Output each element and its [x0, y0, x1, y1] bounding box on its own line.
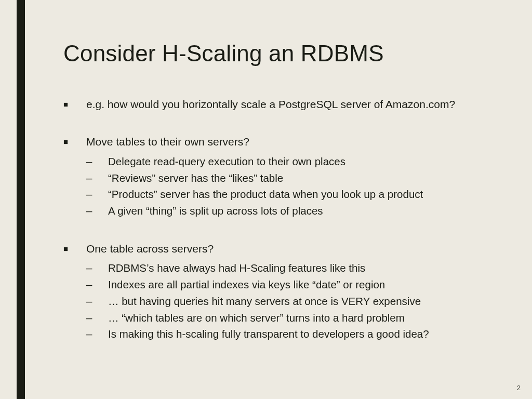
slide-title: Consider H-Scaling an RDBMS — [63, 41, 501, 66]
list-item-text: One table across servers? — [86, 241, 214, 257]
sub-list-item-text: … “which tables are on which server” tur… — [108, 310, 405, 326]
list-item-text: e.g. how would you horizontally scale a … — [86, 97, 455, 112]
dash-bullet-icon: – — [86, 186, 108, 203]
square-bullet-icon: ■ — [63, 241, 86, 257]
dash-bullet-icon: – — [86, 326, 108, 342]
sub-list: –RDBMS’s have always had H-Scaling featu… — [63, 260, 501, 342]
list-item: ■ e.g. how would you horizontally scale … — [63, 97, 501, 112]
sub-list-item: –A given “thing” is split up across lots… — [63, 203, 501, 219]
sub-list-item: –… but having queries hit many servers a… — [63, 293, 501, 310]
sub-list-item-text: Is making this h-scaling fully transpare… — [108, 326, 429, 342]
sub-list-item-text: “Products” server has the product data w… — [108, 186, 423, 203]
sub-list-item-text: Indexes are all partial indexes via keys… — [108, 276, 385, 293]
sub-list-item: –“Reviews” server has the “likes” table — [63, 170, 501, 187]
page-number: 2 — [517, 384, 521, 392]
square-bullet-icon: ■ — [63, 97, 86, 112]
bullet-list: ■ e.g. how would you horizontally scale … — [63, 97, 501, 342]
sub-list-item: –RDBMS’s have always had H-Scaling featu… — [63, 260, 501, 276]
dash-bullet-icon: – — [86, 203, 108, 219]
list-item: ■ Move tables to their own servers? –Del… — [63, 134, 501, 219]
sub-list-item: –“Products” server has the product data … — [63, 186, 501, 203]
accent-bar — [17, 0, 25, 399]
dash-bullet-icon: – — [86, 153, 108, 170]
dash-bullet-icon: – — [86, 170, 108, 187]
sub-list-item: –Is making this h-scaling fully transpar… — [63, 326, 501, 342]
sub-list-item: –Indexes are all partial indexes via key… — [63, 276, 501, 293]
square-bullet-icon: ■ — [63, 134, 86, 150]
dash-bullet-icon: – — [86, 276, 108, 293]
sub-list-item-text: RDBMS’s have always had H-Scaling featur… — [108, 260, 365, 276]
list-item: ■ One table across servers? –RDBMS’s hav… — [63, 241, 501, 342]
sub-list-item-text: A given “thing” is split up across lots … — [108, 203, 323, 219]
sub-list-item-text: … but having queries hit many servers at… — [108, 293, 421, 310]
list-item-text: Move tables to their own servers? — [86, 134, 249, 150]
sub-list-item: –Delegate read-query execution to their … — [63, 153, 501, 170]
sub-list-item-text: “Reviews” server has the “likes” table — [108, 170, 283, 187]
dash-bullet-icon: – — [86, 310, 108, 326]
sub-list-item: –… “which tables are on which server” tu… — [63, 310, 501, 326]
sub-list-item-text: Delegate read-query execution to their o… — [108, 153, 345, 170]
sub-list: –Delegate read-query execution to their … — [63, 153, 501, 219]
dash-bullet-icon: – — [86, 293, 108, 310]
slide-content: Consider H-Scaling an RDBMS ■ e.g. how w… — [63, 41, 501, 364]
dash-bullet-icon: – — [86, 260, 108, 276]
